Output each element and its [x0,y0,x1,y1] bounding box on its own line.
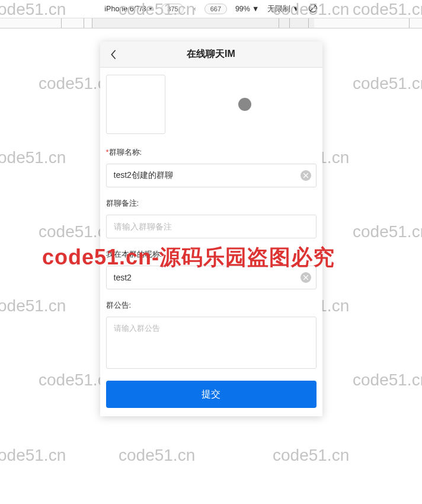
nickname-label: 我在本群的昵称: [106,249,316,260]
app-header: 在线聊天IM [100,42,322,68]
width-input[interactable] [161,4,184,14]
avatar-row [106,75,316,134]
ruler [0,18,422,28]
watermark: code51.cn [119,446,195,465]
watermark: code51.cn [353,222,422,241]
nickname-field-wrap [106,266,316,289]
watermark: code51.cn [0,446,66,465]
device-name: iPhone 6/7/8 [104,5,146,13]
submit-button[interactable]: 提交 [106,381,316,408]
dimension-separator: × [192,5,196,12]
throttle-value: 无限制 [267,4,290,14]
throttle-selector[interactable]: 无限制 ▼ [267,4,299,14]
clear-group-name-button[interactable] [300,170,311,181]
group-name-input[interactable] [114,171,300,180]
remark-label: 群聊备注: [106,198,316,209]
no-throttling-icon[interactable] [308,4,318,15]
remark-input[interactable] [114,222,311,231]
remark-field-wrap [106,215,316,238]
form-container: *群聊名称: 群聊备注: 我在本群的昵称: 群公告: 提交 [100,68,322,416]
watermark: code51.cn [0,148,66,167]
loading-indicator-icon [238,98,251,111]
dropdown-triangle-icon: ▼ [252,5,259,13]
devtools-toolbar: iPhone 6/7/8 ▼ × 99% ▼ 无限制 ▼ [0,0,422,18]
nickname-input[interactable] [114,273,300,282]
zoom-value: 99% [235,5,250,13]
announce-label: 群公告: [106,300,316,311]
dropdown-triangle-icon: ▼ [148,6,154,12]
close-icon [303,173,308,178]
device-selector[interactable]: iPhone 6/7/8 ▼ [104,5,153,13]
mobile-viewport: 在线聊天IM *群聊名称: 群聊备注: 我在本群的昵称: 群公告: [100,42,322,416]
watermark: code51.cn [353,371,422,390]
dropdown-triangle-icon: ▼ [292,5,299,13]
zoom-selector[interactable]: 99% ▼ [235,5,259,13]
announce-textarea[interactable] [114,323,309,362]
ruler-highlight [92,18,314,28]
page-title: 在线聊天IM [100,48,322,60]
announce-field-wrap [106,317,316,369]
watermark: code51.cn [0,296,66,315]
group-name-label: *群聊名称: [106,147,316,158]
watermark: code51.cn [353,74,422,93]
group-avatar-upload[interactable] [106,75,165,134]
watermark: code51.cn [273,446,349,465]
clear-nickname-button[interactable] [300,272,311,283]
svg-line-1 [310,5,315,11]
group-name-field-wrap [106,164,316,187]
close-icon [303,275,308,280]
height-input[interactable] [204,4,227,14]
